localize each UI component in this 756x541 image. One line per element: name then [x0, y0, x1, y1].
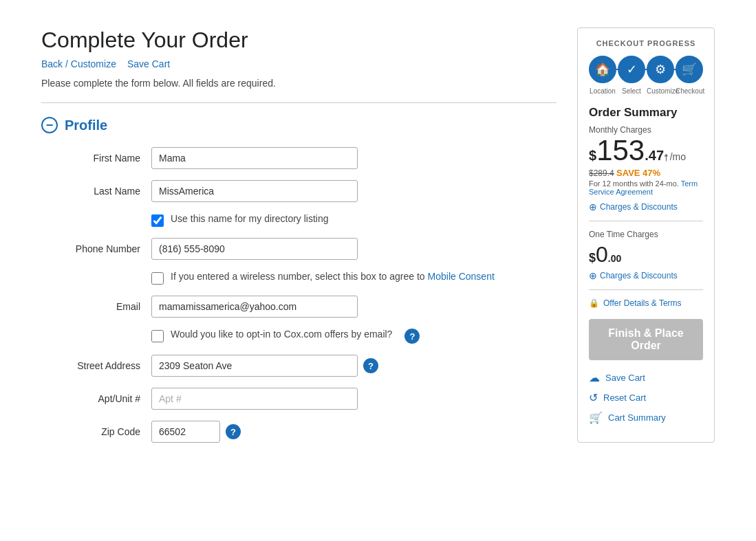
monthly-price-cents: .47 [645, 148, 664, 164]
zip-help-icon[interactable]: ? [226, 424, 241, 439]
optin-checkbox-row: Would you like to opt-in to Cox.com offe… [151, 329, 557, 344]
save-badge: SAVE 47% [616, 168, 660, 178]
sidebar-divider-1 [589, 221, 703, 221]
back-customize-link[interactable]: Back / Customize [41, 58, 116, 69]
term-note: For 12 months with 24-mo. Term Service A… [589, 179, 703, 196]
zip-group: Zip Code ? [41, 421, 557, 443]
optin-checkbox[interactable] [151, 330, 164, 342]
profile-toggle[interactable]: − [41, 117, 58, 133]
one-time-price-main: 0 [596, 242, 608, 267]
save-cart-sidebar-label: Save Cart [605, 373, 645, 383]
directory-checkbox[interactable] [151, 214, 164, 227]
cart-summary-sidebar-action[interactable]: 🛒 Cart Summary [589, 411, 703, 424]
reset-cart-sidebar-label: Reset Cart [603, 393, 646, 403]
step-label-checkout: Checkout [676, 87, 703, 95]
street-input[interactable] [151, 355, 358, 377]
monthly-price: $ 153 .47 † /mo [589, 136, 703, 165]
offer-details-link[interactable]: 🔒 Offer Details & Terms [589, 298, 703, 308]
one-time-dollar-sign: $ [589, 251, 596, 265]
lock-icon: 🔒 [589, 298, 599, 308]
phone-group: Phone Number [41, 238, 557, 260]
last-name-input[interactable] [151, 180, 358, 202]
form-description: Please complete the form below. All fiel… [41, 78, 557, 89]
first-name-group: First Name [41, 147, 557, 169]
phone-input[interactable] [151, 238, 358, 260]
last-name-label: Last Name [41, 180, 151, 197]
street-help-icon[interactable]: ? [363, 358, 378, 373]
monthly-price-main: 153 [596, 136, 645, 165]
apt-input[interactable] [151, 388, 358, 410]
profile-section-title: Profile [65, 118, 107, 133]
step-location: 🏠 [589, 56, 616, 83]
wireless-checkbox-label: If you entered a wireless number, select… [171, 271, 495, 282]
mobile-consent-link[interactable]: Mobile Consent [428, 271, 495, 282]
last-name-group: Last Name [41, 180, 557, 202]
cart-summary-sidebar-label: Cart Summary [608, 412, 666, 423]
step-label-select: Select [618, 87, 645, 95]
step-checkout: 🛒 [676, 56, 703, 83]
step-customize: ⚙ [647, 56, 674, 83]
checkout-progress-label: CHECKOUT PROGRESS [589, 39, 703, 47]
zip-input[interactable] [151, 421, 220, 443]
per-mo: /mo [670, 151, 686, 162]
one-time-price: $ 0 .00 [589, 242, 703, 267]
reset-cart-sidebar-action[interactable]: ↺ Reset Cart [589, 391, 703, 404]
cart-summary-icon: 🛒 [589, 411, 603, 424]
sidebar-divider-2 [589, 289, 703, 290]
one-time-label: One Time Charges [589, 230, 703, 239]
save-cart-nav-link[interactable]: Save Cart [127, 58, 170, 69]
save-cart-sidebar-action[interactable]: ☁ Save Cart [589, 371, 703, 384]
order-summary-title: Order Summary [589, 106, 703, 120]
email-label: Email [41, 296, 151, 312]
first-name-label: First Name [41, 147, 151, 164]
page-title: Complete Your Order [41, 27, 557, 53]
apt-group: Apt/Unit # [41, 388, 557, 410]
email-input[interactable] [151, 296, 358, 318]
step-select: ✓ [618, 56, 645, 83]
progress-steps: 🏠 ✓ ⚙ 🛒 [589, 56, 703, 83]
email-group: Email [41, 296, 557, 318]
monthly-charges-discounts-link[interactable]: ⊕ Charges & Discounts [589, 201, 703, 212]
step-label-customize: Customize [647, 87, 674, 95]
regular-price: $289.4 SAVE 47% [589, 168, 703, 178]
step-labels: Location Select Customize Checkout [589, 87, 703, 95]
section-divider [41, 102, 557, 103]
monthly-charges-label: Monthly Charges [589, 125, 703, 135]
step-label-location: Location [589, 87, 616, 95]
monthly-dollar-sign: $ [589, 148, 596, 164]
optin-help-icon[interactable]: ? [404, 329, 420, 344]
first-name-input[interactable] [151, 147, 358, 169]
reset-cart-icon: ↺ [589, 391, 598, 404]
wireless-checkbox[interactable] [151, 272, 164, 285]
phone-label: Phone Number [41, 238, 151, 254]
one-time-price-cents: .00 [608, 253, 621, 264]
street-label: Street Address [41, 355, 151, 371]
apt-label: Apt/Unit # [41, 388, 151, 404]
plus-circle-icon: ⊕ [589, 201, 597, 212]
directory-checkbox-label: Use this name for my directory listing [171, 213, 329, 224]
zip-label: Zip Code [41, 421, 151, 437]
finish-place-order-button[interactable]: Finish & Place Order [589, 319, 703, 360]
regular-price-value: $289.4 [589, 168, 614, 178]
save-cart-icon: ☁ [589, 371, 600, 384]
one-time-charges-discounts-link[interactable]: ⊕ Charges & Discounts [589, 270, 703, 281]
optin-checkbox-label: Would you like to opt-in to Cox.com offe… [171, 329, 392, 340]
directory-checkbox-row: Use this name for my directory listing [151, 213, 557, 227]
wireless-checkbox-row: If you entered a wireless number, select… [151, 271, 557, 285]
street-group: Street Address ? [41, 355, 557, 377]
monthly-price-dagger: † [664, 153, 669, 162]
plus-circle-icon-2: ⊕ [589, 270, 597, 281]
